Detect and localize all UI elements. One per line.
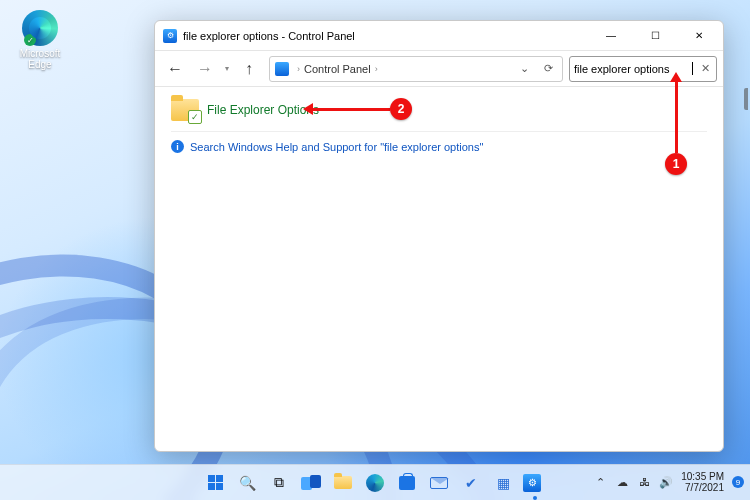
notifications-button[interactable]: 9 [732, 476, 744, 488]
breadcrumb-root[interactable]: Control Panel [304, 63, 371, 75]
folder-options-icon: ✓ [171, 99, 199, 121]
search-box[interactable]: ✕ [569, 56, 717, 82]
task-view-button[interactable]: ⧉ [266, 470, 292, 496]
chevron-right-icon[interactable]: › [371, 64, 382, 74]
annotation-arrowhead-2 [303, 103, 313, 115]
separator [171, 131, 707, 132]
edge-icon: ✓ [22, 10, 58, 46]
taskbar-control-panel[interactable]: ⚙ [522, 470, 548, 496]
system-tray: ⌃ ☁ 🖧 🔊 10:35 PM 7/7/2021 9 [593, 464, 744, 500]
annotation-arrowhead-1 [670, 72, 682, 82]
widgets-button[interactable] [298, 470, 324, 496]
window-title: file explorer options - Control Panel [183, 30, 355, 42]
text-caret [692, 62, 693, 75]
annotation-badge-1: 1 [665, 153, 687, 175]
control-panel-icon [275, 62, 289, 76]
taskbar-search-button[interactable]: 🔍 [234, 470, 260, 496]
back-button[interactable]: ← [161, 55, 189, 83]
close-button[interactable]: ✕ [677, 21, 721, 51]
network-icon[interactable]: 🖧 [637, 476, 651, 488]
tray-overflow-button[interactable]: ⌃ [593, 476, 607, 489]
address-bar[interactable]: › Control Panel › ⌄ ⟳ [269, 56, 563, 82]
titlebar[interactable]: ⚙ file explorer options - Control Panel … [155, 21, 723, 51]
taskbar-edge[interactable] [362, 470, 388, 496]
chevron-right-icon[interactable]: › [293, 64, 304, 74]
taskbar-store[interactable] [394, 470, 420, 496]
taskbar-clock[interactable]: 10:35 PM 7/7/2021 [681, 471, 724, 493]
annotation-badge-2: 2 [390, 98, 412, 120]
clear-search-button[interactable]: ✕ [701, 62, 710, 75]
volume-icon[interactable]: 🔊 [659, 476, 673, 489]
address-dropdown-button[interactable]: ⌄ [512, 57, 536, 81]
search-help-link[interactable]: i Search Windows Help and Support for "f… [171, 140, 707, 153]
desktop-icon-label: Microsoft Edge [10, 48, 70, 70]
sync-badge-icon: ✓ [24, 34, 36, 46]
annotation-arrow-1 [675, 80, 678, 153]
nav-toolbar: ← → ▾ ↑ › Control Panel › ⌄ ⟳ ✕ [155, 51, 723, 87]
taskbar-mail[interactable] [426, 470, 452, 496]
desktop: ✓ Microsoft Edge ⚙ file explorer options… [0, 0, 750, 500]
start-button[interactable] [202, 470, 228, 496]
clock-date: 7/7/2021 [681, 482, 724, 493]
scroll-indicator [744, 88, 748, 110]
control-panel-window: ⚙ file explorer options - Control Panel … [154, 20, 724, 452]
control-panel-icon: ⚙ [163, 29, 177, 43]
clock-time: 10:35 PM [681, 471, 724, 482]
up-button[interactable]: ↑ [235, 55, 263, 83]
result-file-explorer-options[interactable]: ✓ File Explorer Options [171, 99, 707, 121]
refresh-button[interactable]: ⟳ [536, 57, 560, 81]
taskbar-file-explorer[interactable] [330, 470, 356, 496]
recent-locations-button[interactable]: ▾ [221, 64, 233, 73]
results-pane: ✓ File Explorer Options i Search Windows… [155, 87, 723, 451]
taskbar-photos[interactable]: ▦ [490, 470, 516, 496]
onedrive-icon[interactable]: ☁ [615, 476, 629, 489]
info-icon: i [171, 140, 184, 153]
taskbar-todo[interactable]: ✔ [458, 470, 484, 496]
maximize-button[interactable]: ☐ [633, 21, 677, 51]
desktop-icon-edge[interactable]: ✓ Microsoft Edge [10, 10, 70, 70]
help-link-text: Search Windows Help and Support for "fil… [190, 141, 483, 153]
annotation-arrow-2 [312, 108, 390, 111]
minimize-button[interactable]: ― [589, 21, 633, 51]
forward-button[interactable]: → [191, 55, 219, 83]
